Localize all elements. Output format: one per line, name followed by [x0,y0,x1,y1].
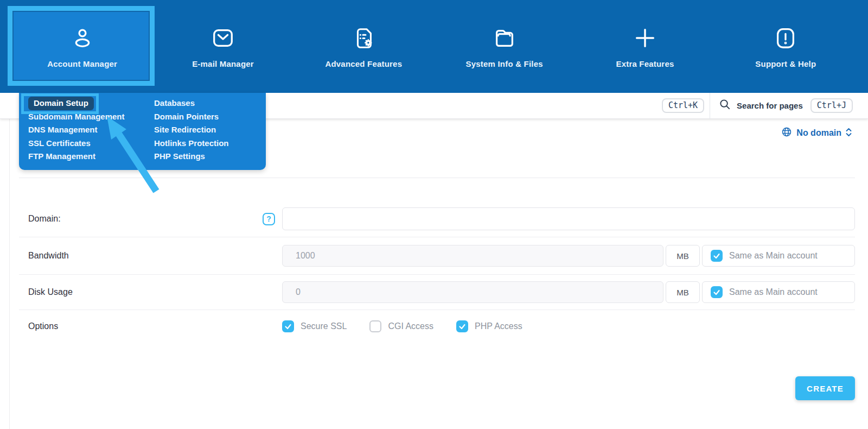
option-label: CGI Access [388,321,433,331]
checkbox-checked-icon[interactable] [711,250,723,262]
menu-item-dns-management[interactable]: DNS Management [28,123,154,137]
option-secure-ssl[interactable]: Secure SSL [282,320,347,332]
checkbox-icon[interactable] [282,320,294,332]
domain-label: Domain: [28,214,263,224]
options-label: Options [28,321,282,331]
plus-icon [633,25,658,51]
menu-column-left: Domain Setup Subdomain Management DNS Ma… [28,97,154,170]
menu-item-databases[interactable]: Databases [154,97,266,110]
option-label: Secure SSL [301,321,347,331]
nav-item-advanced-features[interactable]: Advanced Features [293,0,434,93]
domain-selector[interactable]: No domain [781,127,852,140]
nav-label: Advanced Features [325,59,402,68]
nav-item-support-help[interactable]: Support & Help [716,0,856,93]
nav-label: E-mail Manager [192,59,254,68]
help-icon[interactable]: ? [263,213,275,225]
menu-item-site-redirection[interactable]: Site Redirection [154,123,266,137]
bandwidth-same-as-main[interactable]: Same as Main account [702,245,855,267]
bandwidth-unit: MB [666,245,700,267]
menu-item-php-settings[interactable]: PHP Settings [154,150,266,163]
checkbox-icon[interactable] [456,320,468,332]
form-row-disk-usage: Disk Usage MB Same as Main account [19,274,855,310]
menu-item-domain-setup[interactable]: Domain Setup [28,97,94,110]
nav-item-extra-features[interactable]: Extra Features [575,0,715,93]
create-button[interactable]: CREATE [795,376,855,400]
menu-item-subdomain-management[interactable]: Subdomain Management [28,110,154,124]
nav-label: Account Manager [47,59,117,68]
disk-usage-input[interactable] [282,281,663,303]
folder-icon [492,25,517,51]
nav-label: Support & Help [755,59,816,68]
page-search[interactable]: Search for pages Ctrl+J [719,98,853,113]
alert-icon [773,25,798,51]
bandwidth-label: Bandwidth [28,251,282,261]
nav-item-system-info-files[interactable]: System Info & Files [434,0,575,93]
shortcut-badge-ctrl-k: Ctrl+K [662,98,704,113]
form-row-bandwidth: Bandwidth MB Same as Main account [19,237,855,274]
menu-column-right: Databases Domain Pointers Site Redirecti… [154,97,266,170]
nav-item-email-manager[interactable]: E-mail Manager [152,0,293,93]
search-label: Search for pages [737,101,803,110]
disk-usage-same-as-main[interactable]: Same as Main account [702,281,855,303]
menu-item-ssl-certificates[interactable]: SSL Certificates [28,137,154,150]
search-icon [719,98,731,113]
menu-item-domain-pointers[interactable]: Domain Pointers [154,110,266,124]
disk-usage-unit: MB [666,281,700,303]
nav-item-account-manager[interactable]: Account Manager [12,0,152,93]
option-label: PHP Access [475,321,522,331]
globe-icon [781,127,792,140]
account-manager-menu: Domain Setup Subdomain Management DNS Ma… [19,93,266,170]
document-gear-icon [351,25,376,51]
person-icon [70,25,95,51]
chevron-up-down-icon [846,128,852,139]
nav-label: System Info & Files [466,59,543,68]
same-as-main-label: Same as Main account [729,251,818,261]
nav-label: Extra Features [616,59,674,68]
annotation-highlight-domain-setup: Domain Setup [28,97,94,110]
form-row-domain: Domain: ? [19,178,855,237]
header-divider [710,93,710,119]
option-cgi-access[interactable]: CGI Access [369,320,433,332]
option-php-access[interactable]: PHP Access [456,320,522,332]
shortcut-badge-ctrl-j: Ctrl+J [810,98,853,113]
same-as-main-label: Same as Main account [729,287,818,297]
menu-item-ftp-management[interactable]: FTP Management [28,150,154,163]
left-gutter-line [9,119,10,429]
menu-item-hotlinks-protection[interactable]: Hotlinks Protection [154,137,266,150]
checkbox-checked-icon[interactable] [711,286,723,298]
bandwidth-input[interactable] [282,245,663,267]
checkbox-icon[interactable] [369,320,381,332]
domain-selector-label: No domain [796,128,841,138]
domain-setup-form: Domain: ? Bandwidth MB Same as Main acco… [19,178,855,343]
form-row-options: Options Secure SSL CGI Access PHP Access [19,310,855,343]
disk-usage-label: Disk Usage [28,287,282,297]
top-nav: Account Manager E-mail Manager Advanced … [0,0,868,93]
envelope-icon [210,25,235,51]
domain-input[interactable] [282,207,855,230]
